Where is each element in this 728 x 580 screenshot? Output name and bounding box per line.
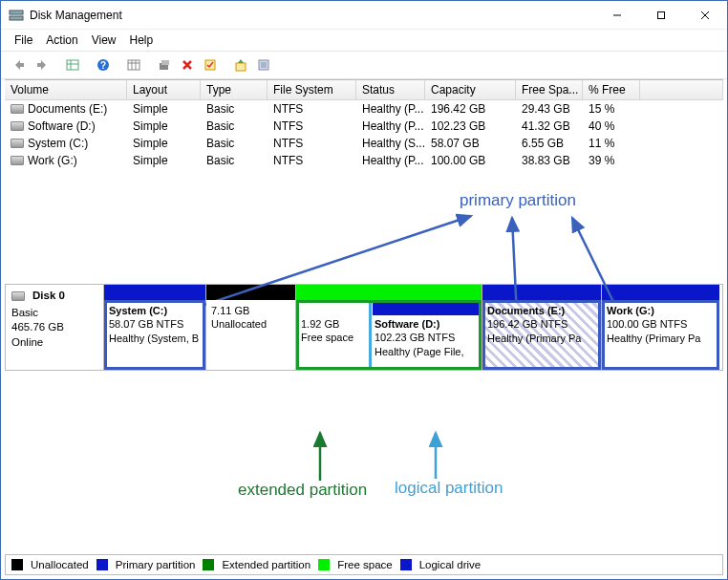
volume-table: Volume Layout Type File System Status Ca… bbox=[5, 79, 723, 169]
partition-block[interactable]: 7.11 GBUnallocated bbox=[205, 285, 295, 370]
disk-state: Online bbox=[11, 335, 97, 351]
partition-header bbox=[373, 303, 479, 315]
col-volume[interactable]: Volume bbox=[5, 80, 127, 99]
partition-header bbox=[104, 285, 205, 300]
disk-name: Disk 0 bbox=[32, 289, 65, 304]
partition-header bbox=[296, 285, 482, 300]
annotation-area-bottom: extended partition logical partition bbox=[1, 423, 727, 548]
svg-rect-3 bbox=[658, 11, 665, 18]
free-space-block[interactable]: 1.92 GBFree space bbox=[296, 300, 369, 370]
svg-rect-16 bbox=[161, 60, 169, 65]
legend-swatch bbox=[318, 559, 330, 570]
legend-swatch bbox=[11, 559, 23, 570]
col-blank bbox=[640, 80, 723, 99]
partition-body: Work (G:) 100.00 GB NTFSHealthy (Primary… bbox=[602, 300, 719, 370]
forward-button[interactable] bbox=[32, 54, 53, 75]
legend-swatch bbox=[96, 559, 108, 570]
delete-icon[interactable] bbox=[177, 54, 198, 75]
disk-blocks: System (C:) 58.07 GB NTFSHealthy (System… bbox=[104, 285, 723, 370]
check-icon[interactable] bbox=[200, 54, 221, 75]
col-type[interactable]: Type bbox=[201, 80, 268, 99]
window-title: Disk Management bbox=[30, 9, 122, 22]
volume-icon bbox=[11, 139, 24, 148]
svg-rect-11 bbox=[128, 60, 139, 70]
menu-help[interactable]: Help bbox=[130, 33, 154, 47]
annotation-primary: primary partition bbox=[460, 191, 576, 210]
table-row[interactable]: System (C:) SimpleBasicNTFS Healthy (S..… bbox=[5, 135, 723, 152]
partition-body: System (C:) 58.07 GB NTFSHealthy (System… bbox=[104, 300, 205, 370]
table-row[interactable]: Work (G:) SimpleBasicNTFS Healthy (P...1… bbox=[5, 152, 723, 169]
legend-swatch bbox=[203, 559, 214, 570]
volume-icon bbox=[11, 104, 24, 114]
minimize-button[interactable] bbox=[595, 1, 639, 30]
partition-body: 7.11 GBUnallocated bbox=[206, 300, 295, 370]
legend-label: Logical drive bbox=[419, 559, 482, 570]
disk-icon bbox=[11, 291, 25, 301]
svg-rect-18 bbox=[236, 63, 246, 71]
app-icon bbox=[9, 8, 24, 23]
disk-type: Basic bbox=[11, 306, 97, 321]
settings-icon[interactable] bbox=[154, 54, 175, 75]
extended-body: 1.92 GBFree space Software (D:) 102.23 G… bbox=[296, 300, 482, 370]
volume-icon bbox=[11, 121, 24, 131]
close-button[interactable] bbox=[683, 1, 727, 30]
back-button[interactable] bbox=[9, 54, 30, 75]
partition-block[interactable]: System (C:) 58.07 GB NTFSHealthy (System… bbox=[104, 285, 205, 370]
menu-file[interactable]: File bbox=[14, 33, 32, 47]
show-hide-icon[interactable] bbox=[62, 54, 83, 75]
partition-header bbox=[482, 285, 601, 300]
annotation-extended: extended partition bbox=[238, 481, 367, 500]
table-header: Volume Layout Type File System Status Ca… bbox=[5, 80, 723, 100]
logical-drive-block[interactable]: Software (D:) 102.23 GB NTFSHealthy (Pag… bbox=[369, 300, 482, 370]
titlebar: Disk Management bbox=[1, 1, 727, 30]
col-free[interactable]: Free Spa... bbox=[516, 80, 583, 99]
partition-body: Documents (E:) 196.42 GB NTFSHealthy (Pr… bbox=[482, 300, 601, 370]
toolbar: ? bbox=[1, 52, 727, 79]
menu-action[interactable]: Action bbox=[46, 33, 77, 47]
col-fs[interactable]: File System bbox=[268, 80, 356, 99]
col-layout[interactable]: Layout bbox=[127, 80, 201, 99]
col-pct[interactable]: % Free bbox=[583, 80, 640, 99]
disk-size: 465.76 GB bbox=[11, 320, 97, 335]
legend: UnallocatedPrimary partitionExtended par… bbox=[5, 554, 723, 575]
partition-block[interactable]: Documents (E:) 196.42 GB NTFSHealthy (Pr… bbox=[482, 285, 601, 370]
list-icon[interactable] bbox=[253, 54, 274, 75]
window-controls bbox=[595, 1, 727, 30]
table-row[interactable]: Documents (E:) SimpleBasicNTFS Healthy (… bbox=[5, 100, 723, 118]
partition-block[interactable]: Work (G:) 100.00 GB NTFSHealthy (Primary… bbox=[601, 285, 719, 370]
maximize-button[interactable] bbox=[639, 1, 683, 30]
legend-label: Unallocated bbox=[31, 559, 89, 570]
disk-info: Disk 0 Basic 465.76 GB Online bbox=[5, 285, 104, 370]
annotation-area-top: primary partition bbox=[1, 169, 727, 284]
legend-label: Primary partition bbox=[116, 559, 196, 570]
menu-view[interactable]: View bbox=[92, 33, 117, 47]
svg-rect-0 bbox=[10, 11, 23, 14]
svg-rect-1 bbox=[10, 16, 23, 20]
extended-partition[interactable]: 1.92 GBFree space Software (D:) 102.23 G… bbox=[295, 285, 482, 370]
volume-icon bbox=[11, 156, 24, 165]
svg-text:?: ? bbox=[100, 60, 106, 71]
disk-row[interactable]: Disk 0 Basic 465.76 GB Online System (C:… bbox=[5, 285, 723, 371]
table-row[interactable]: Software (D:) SimpleBasicNTFS Healthy (P… bbox=[5, 118, 723, 135]
legend-swatch bbox=[400, 559, 412, 570]
partition-header bbox=[206, 285, 295, 300]
legend-label: Extended partition bbox=[222, 559, 310, 570]
partition-header bbox=[602, 285, 719, 300]
help-icon[interactable]: ? bbox=[93, 54, 114, 75]
disk-map: Disk 0 Basic 465.76 GB Online System (C:… bbox=[5, 284, 723, 371]
col-capacity[interactable]: Capacity bbox=[425, 80, 516, 99]
legend-label: Free space bbox=[337, 559, 393, 570]
up-icon[interactable] bbox=[230, 54, 251, 75]
annotation-logical: logical partition bbox=[395, 479, 503, 498]
col-status[interactable]: Status bbox=[356, 80, 425, 99]
menubar: File Action View Help bbox=[1, 30, 727, 52]
grid-icon[interactable] bbox=[123, 54, 144, 75]
svg-rect-6 bbox=[67, 60, 78, 70]
